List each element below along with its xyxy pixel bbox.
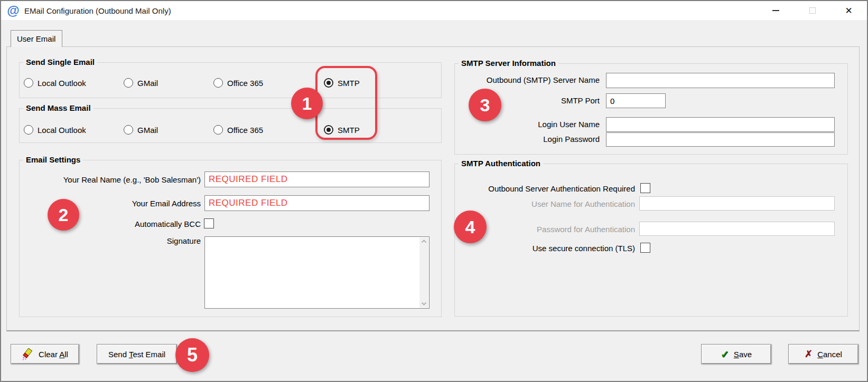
send-test-email-button[interactable]: Send Test Email [97, 344, 177, 364]
save-button-label: Save [734, 350, 752, 359]
save-button[interactable]: ✓ Save [701, 344, 771, 364]
annotation-step-1: 1 [291, 88, 323, 119]
save-check-icon: ✓ [721, 348, 729, 360]
auth-user-label: User Name for Authentication [456, 199, 635, 208]
mass-office365-label: Office 365 [227, 126, 263, 135]
login-password-input[interactable] [606, 132, 835, 147]
single-local-outlook-radio[interactable]: Local Outlook [24, 78, 86, 88]
single-gmail-radio[interactable]: GMail [124, 78, 158, 88]
email-configuration-dialog: @ EMail Configuration (Outbound Mail Onl… [0, 0, 868, 382]
email-settings-group-title: Email Settings [23, 155, 83, 164]
real-name-input[interactable]: REQUIRED FIELD [204, 171, 430, 187]
tab-user-email[interactable]: User Email [11, 30, 62, 47]
close-icon: ✕ [845, 6, 852, 15]
eraser-icon [22, 348, 34, 360]
window-title: EMail Configuration (Outbound Mail Only) [24, 6, 171, 15]
send-single-email-group-title: Send Single Email [23, 58, 97, 66]
clear-all-button-label: Clear All [39, 350, 68, 359]
tls-checkbox[interactable] [640, 243, 650, 253]
radio-icon [24, 78, 33, 88]
single-office365-label: Office 365 [227, 79, 263, 88]
smtp-port-input[interactable]: 0 [606, 93, 666, 108]
auth-required-checkbox[interactable] [640, 183, 650, 193]
single-office365-radio[interactable]: Office 365 [213, 78, 263, 88]
email-address-value: REQUIRED FIELD [209, 198, 288, 208]
close-button[interactable]: ✕ [830, 1, 867, 20]
smtp-server-name-input[interactable] [606, 73, 835, 88]
maximize-button[interactable] [794, 1, 830, 20]
single-local-outlook-label: Local Outlook [38, 79, 86, 88]
auto-bcc-checkbox[interactable] [204, 218, 214, 228]
window-controls: ✕ [758, 1, 867, 20]
radio-icon [24, 125, 33, 135]
mass-local-outlook-radio[interactable]: Local Outlook [24, 125, 86, 135]
auth-user-input[interactable] [639, 196, 835, 211]
send-mass-email-group-title: Send Mass Email [23, 103, 94, 112]
smtp-port-value: 0 [610, 97, 614, 106]
mass-gmail-radio[interactable]: GMail [124, 125, 158, 135]
email-address-input[interactable]: REQUIRED FIELD [204, 195, 430, 211]
smtp-authentication-group-title: SMTP Authentication [459, 159, 543, 168]
login-user-name-input[interactable] [606, 117, 835, 132]
auth-password-input[interactable] [639, 222, 835, 236]
mass-local-outlook-label: Local Outlook [38, 126, 86, 135]
scroll-up-icon[interactable] [421, 240, 427, 243]
real-name-value: REQUIRED FIELD [209, 174, 288, 185]
radio-icon [124, 78, 133, 88]
real-name-label: Your Real Name (e.g., 'Bob Salesman') [22, 175, 201, 184]
signature-scrollbar[interactable] [419, 237, 428, 308]
mass-gmail-label: GMail [137, 126, 158, 135]
cancel-button-label: Cancel [817, 350, 842, 359]
maximize-icon [809, 7, 816, 14]
login-password-label: Login Password [456, 135, 600, 144]
signature-textarea[interactable] [204, 236, 430, 309]
clear-all-button[interactable]: Clear All [11, 344, 79, 364]
tls-label: Use secure connection (TLS) [456, 244, 635, 253]
annotation-step-3: 3 [469, 89, 501, 121]
smtp-server-name-label: Outbound (SMTP) Server Name [456, 75, 600, 84]
minimize-button[interactable] [758, 1, 794, 20]
tab-user-email-label: User Email [17, 34, 55, 43]
annotation-smtp-highlight-rect [315, 66, 377, 140]
signature-label: Signature [22, 236, 201, 245]
auth-required-label: Outbound Server Authentication Required [456, 184, 635, 193]
login-user-name-label: Login User Name [456, 120, 600, 129]
smtp-server-info-group-title: SMTP Server Information [459, 59, 558, 68]
radio-icon [124, 125, 133, 135]
titlebar: @ EMail Configuration (Outbound Mail Onl… [1, 1, 867, 20]
radio-icon [213, 78, 223, 88]
single-gmail-label: GMail [137, 79, 158, 88]
send-test-email-button-label: Send Test Email [108, 350, 165, 359]
cancel-x-icon: ✗ [805, 348, 813, 360]
email-address-label: Your Email Address [22, 199, 201, 208]
cancel-button[interactable]: ✗ Cancel [788, 344, 858, 364]
annotation-step-2: 2 [48, 199, 79, 231]
annotation-step-4: 4 [454, 211, 487, 243]
client-area: User Email Send Single Email Local Outlo… [1, 20, 867, 381]
radio-icon [213, 125, 223, 135]
mass-office365-radio[interactable]: Office 365 [213, 125, 263, 135]
scroll-down-icon[interactable] [421, 302, 427, 305]
annotation-step-5: 5 [175, 338, 209, 372]
minimize-icon [772, 10, 779, 11]
app-at-icon: @ [6, 4, 20, 17]
